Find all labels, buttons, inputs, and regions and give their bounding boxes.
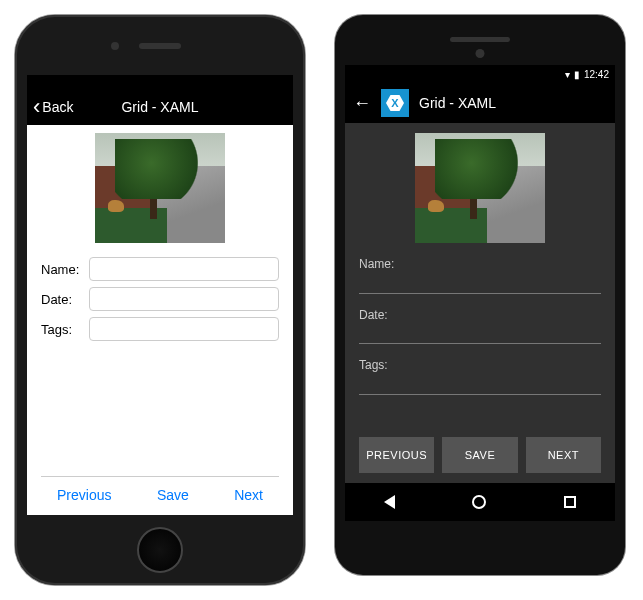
photo-preview — [415, 133, 545, 243]
photo-preview — [95, 133, 225, 243]
home-button[interactable] — [137, 527, 183, 573]
iphone-screen: ‹ Back Grid - XAML Name: Date: Tags: P — [27, 75, 293, 515]
tags-input[interactable] — [359, 375, 601, 395]
android-screen: ▾ ▮ 12:42 ← X Grid - XAML Name: Date: Ta… — [345, 65, 615, 521]
nav-recent-icon[interactable] — [564, 496, 576, 508]
back-button[interactable]: ‹ Back — [33, 96, 73, 118]
iphone-device: ‹ Back Grid - XAML Name: Date: Tags: P — [15, 15, 305, 585]
date-label: Date: — [41, 292, 89, 307]
iphone-camera — [111, 42, 119, 50]
date-row: Date: — [41, 287, 279, 311]
save-button[interactable]: Save — [157, 487, 189, 503]
page-title: Grid - XAML — [419, 95, 496, 111]
status-time: 12:42 — [584, 69, 609, 80]
iphone-speaker — [139, 43, 181, 49]
tags-label: Tags: — [41, 322, 89, 337]
app-logo: X — [381, 89, 409, 117]
android-device: ▾ ▮ 12:42 ← X Grid - XAML Name: Date: Ta… — [335, 15, 625, 575]
back-arrow-icon[interactable]: ← — [353, 93, 371, 114]
tags-input[interactable] — [89, 317, 279, 341]
ios-status-bar — [27, 75, 293, 89]
android-content: Name: Date: Tags: PREVIOUS SAVE NEXT — [345, 123, 615, 483]
chevron-left-icon: ‹ — [33, 96, 40, 118]
name-input[interactable] — [89, 257, 279, 281]
name-label: Name: — [359, 257, 601, 271]
save-button[interactable]: SAVE — [442, 437, 517, 473]
previous-button[interactable]: PREVIOUS — [359, 437, 434, 473]
tags-row: Tags: — [359, 358, 601, 395]
name-input[interactable] — [359, 274, 601, 294]
date-input[interactable] — [359, 324, 601, 344]
date-input[interactable] — [89, 287, 279, 311]
next-button[interactable]: Next — [234, 487, 263, 503]
back-label: Back — [42, 99, 73, 115]
wifi-icon: ▾ — [565, 69, 570, 80]
battery-icon: ▮ — [574, 69, 580, 80]
android-button-bar: PREVIOUS SAVE NEXT — [359, 437, 601, 483]
ios-nav-bar: ‹ Back Grid - XAML — [27, 89, 293, 125]
tags-row: Tags: — [41, 317, 279, 341]
name-row: Name: — [359, 257, 601, 294]
nav-home-icon[interactable] — [472, 495, 486, 509]
nav-back-icon[interactable] — [384, 495, 395, 509]
date-row: Date: — [359, 308, 601, 345]
android-speaker — [450, 37, 510, 42]
previous-button[interactable]: Previous — [57, 487, 111, 503]
ios-content: Name: Date: Tags: Previous Save Next — [27, 125, 293, 515]
next-button[interactable]: NEXT — [526, 437, 601, 473]
android-status-bar: ▾ ▮ 12:42 — [345, 65, 615, 83]
name-label: Name: — [41, 262, 89, 277]
date-label: Date: — [359, 308, 601, 322]
android-nav-keys — [345, 483, 615, 521]
android-camera — [476, 49, 485, 58]
ios-toolbar: Previous Save Next — [41, 476, 279, 515]
tags-label: Tags: — [359, 358, 601, 372]
android-app-bar: ← X Grid - XAML — [345, 83, 615, 123]
name-row: Name: — [41, 257, 279, 281]
